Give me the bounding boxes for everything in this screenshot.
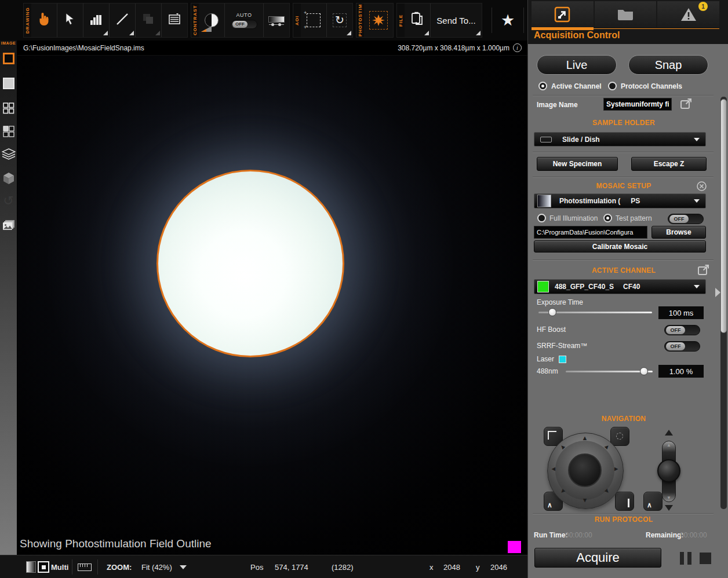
- tab-alerts[interactable]: 1: [657, 1, 719, 27]
- single-view-button[interactable]: [3, 78, 14, 89]
- pause-icon[interactable]: [687, 552, 691, 565]
- aoi-rotate-button[interactable]: ↻: [326, 3, 352, 37]
- grid-view-button[interactable]: [2, 102, 15, 117]
- rotate-view-button[interactable]: ↺: [3, 193, 13, 208]
- info-icon[interactable]: i: [513, 43, 522, 52]
- folder-icon: [617, 8, 634, 21]
- image-name-input[interactable]: [603, 98, 672, 111]
- test-pattern-radio[interactable]: [603, 214, 612, 222]
- corner-bracket-icon: [548, 431, 556, 440]
- z-down-arrow[interactable]: [665, 505, 673, 511]
- image-name-label: Image Name: [537, 101, 578, 109]
- arrow-left-icon[interactable]: ▲: [549, 465, 556, 473]
- exposure-slider-thumb[interactable]: [548, 308, 556, 316]
- full-illumination-radio[interactable]: [537, 214, 546, 222]
- new-specimen-button[interactable]: New Specimen: [537, 157, 618, 171]
- copy-button[interactable]: [405, 3, 430, 37]
- acquisition-panel: 1 Acquisition Control Live Snap Active C…: [527, 0, 728, 578]
- x-label: x: [429, 555, 434, 578]
- escape-z-button[interactable]: Escape Z: [631, 157, 707, 171]
- favorites-star-button[interactable]: ★: [495, 11, 520, 30]
- list-document-icon: [168, 12, 181, 28]
- levels-button[interactable]: [263, 3, 289, 37]
- separator: [533, 95, 714, 96]
- overlap-squares-icon: [141, 12, 155, 28]
- photostim-group: PHOTOSTIM: [356, 3, 394, 38]
- multi-grid-view-button[interactable]: [2, 125, 15, 140]
- histogram-tool-button[interactable]: [83, 3, 109, 37]
- nav-edge-button[interactable]: [615, 492, 634, 511]
- gallery-view-button[interactable]: [2, 219, 16, 235]
- calibrate-mosaic-button[interactable]: Calibrate Mosaic: [534, 240, 706, 253]
- mosaic-mode-dropdown[interactable]: Photostimulation ( PS: [534, 193, 706, 208]
- sample-holder-dropdown[interactable]: Slide / Dish: [534, 132, 706, 147]
- z-stack-view-button[interactable]: [2, 148, 16, 163]
- channel-export-button[interactable]: [697, 265, 710, 278]
- image-canvas[interactable]: Showing Photostimulation Field Outline: [17, 56, 527, 555]
- mosaic-mode-value: Photostimulation (: [559, 197, 620, 205]
- exposure-value: 100 ms: [658, 306, 704, 319]
- panel-expander-arrow[interactable]: [715, 288, 720, 297]
- laser-slider-thumb[interactable]: [640, 367, 648, 375]
- mosaic-close-button[interactable]: [697, 181, 707, 193]
- arrow-down-icon[interactable]: ▲: [581, 497, 589, 504]
- live-button[interactable]: Live: [537, 55, 617, 75]
- browse-button[interactable]: Browse: [651, 226, 706, 239]
- protocol-channels-radio[interactable]: [608, 82, 617, 90]
- photostim-field-circle: [156, 170, 344, 357]
- active-channel-radio-label: Active Channel: [551, 82, 602, 90]
- hf-boost-toggle[interactable]: OFF: [664, 325, 700, 335]
- image-name-export-button[interactable]: [680, 98, 693, 112]
- stop-icon[interactable]: [700, 553, 711, 564]
- image-header-bar: G:\FusionImages\MosaicFieldSnap.ims 308.…: [17, 41, 527, 56]
- line-tool-button[interactable]: [109, 3, 135, 37]
- z-slider-knob[interactable]: [657, 459, 680, 482]
- pos-value: 574, 1774: [275, 555, 308, 578]
- zoom-dropdown-caret[interactable]: [180, 555, 187, 578]
- view-mode-sidebar: IMAGE ↺: [0, 41, 17, 555]
- tab-acquisition[interactable]: [532, 1, 594, 27]
- mosaic-config-path-input[interactable]: [534, 226, 647, 239]
- multi-channel-label[interactable]: Multi: [51, 555, 68, 578]
- pointer-tool-button[interactable]: [31, 3, 57, 37]
- bar-icon: [628, 499, 629, 507]
- acquire-button[interactable]: Acquire: [534, 548, 661, 568]
- nav-center-target-button[interactable]: [610, 427, 629, 446]
- arrow-right-icon[interactable]: ▲: [613, 465, 620, 473]
- srrf-label: SRRF-Stream™: [537, 342, 587, 350]
- panel-scrollbar-thumb[interactable]: [720, 99, 727, 333]
- volume-view-button[interactable]: [2, 171, 15, 188]
- auto-contrast-toggle[interactable]: OFF: [231, 20, 257, 29]
- zoom-value-dropdown[interactable]: Fit (42%): [141, 555, 172, 578]
- contrast-icon: [205, 13, 219, 27]
- active-channel-radio[interactable]: [538, 82, 547, 90]
- display-range-button[interactable]: [26, 555, 36, 578]
- toolbar-separator: [523, 8, 524, 33]
- srrf-toggle[interactable]: OFF: [664, 341, 700, 352]
- chevron-up-icon: ∧: [547, 501, 552, 509]
- channel-dropdown[interactable]: 488_GFP_CF40_S CF40: [534, 279, 706, 294]
- z-step-button[interactable]: ∧: [643, 492, 663, 511]
- single-view-active-button[interactable]: [3, 53, 14, 64]
- z-up-arrow[interactable]: [665, 430, 673, 436]
- test-pattern-toggle[interactable]: OFF: [668, 214, 704, 224]
- exposure-label: Exposure Time: [537, 298, 583, 306]
- image-dimensions: 308.720µm x 308.418µm x 1.000µm: [398, 44, 509, 52]
- sample-holder-header: SAMPLE HOLDER: [528, 119, 719, 127]
- send-to-button[interactable]: Send To...: [430, 3, 482, 37]
- select-tool-button[interactable]: [57, 3, 83, 37]
- aoi-select-button[interactable]: ++: [301, 3, 326, 37]
- scalebar-button[interactable]: [78, 555, 92, 578]
- annotation-list-button[interactable]: [161, 3, 187, 37]
- image-viewport[interactable]: G:\FusionImages\MosaicFieldSnap.ims 308.…: [17, 41, 527, 555]
- contrast-button[interactable]: [199, 3, 224, 37]
- arrow-up-icon[interactable]: ▲: [581, 434, 589, 441]
- region-tool-button[interactable]: [135, 3, 161, 37]
- pause-icon[interactable]: [680, 552, 684, 565]
- tab-files[interactable]: [595, 1, 657, 27]
- gradient-icon: [26, 561, 36, 573]
- photostim-field-button[interactable]: [364, 3, 393, 37]
- single-channel-button[interactable]: [38, 555, 49, 578]
- snap-button[interactable]: Snap: [628, 55, 708, 75]
- xy-joystick-knob[interactable]: [568, 453, 602, 487]
